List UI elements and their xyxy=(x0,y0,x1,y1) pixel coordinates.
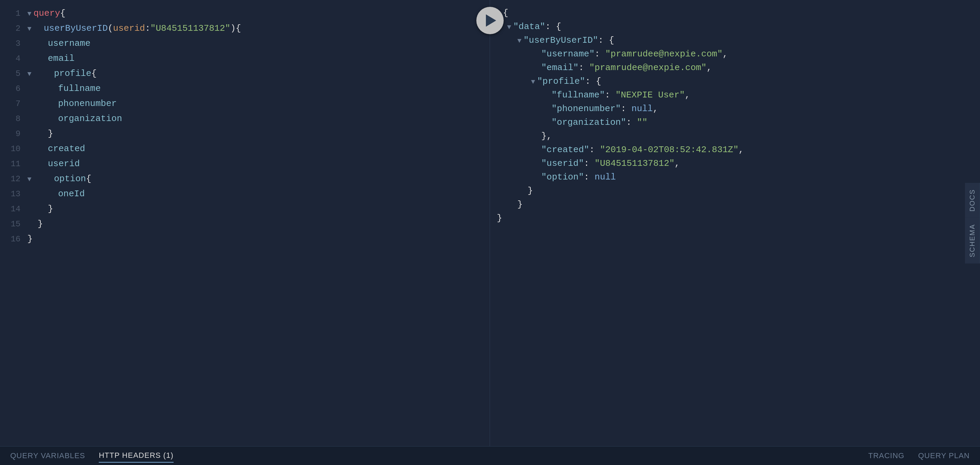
result-line-2: ▼ "data": { xyxy=(490,21,980,34)
result-content-14: } xyxy=(528,186,533,196)
line-content-10: created xyxy=(27,143,483,154)
line-num-13: 13 xyxy=(3,190,21,199)
code-line-10: 10 created xyxy=(0,142,490,157)
result-line-11: "created": "2019-04-02T08:52:42.831Z", xyxy=(490,143,980,157)
query-panel: 1 ▼ query{ 2 ▼ userByUserID(userid:"U845… xyxy=(0,0,490,446)
line-num-14: 14 xyxy=(3,204,21,214)
line-content-3: username xyxy=(27,38,483,49)
line-num-9: 9 xyxy=(3,129,21,139)
code-line-14: 14 } xyxy=(0,202,490,217)
line-num-7: 7 xyxy=(3,99,21,108)
code-line-3: 3 username xyxy=(0,37,490,52)
line-num-12: 12 xyxy=(3,174,21,184)
result-content-3: "userByUserID": { xyxy=(523,35,614,46)
result-line-5: "email": "pramrudee@nexpie.com", xyxy=(490,62,980,75)
result-panel: ▼ { ▼ "data": { ▼ "userByUserID": { "use… xyxy=(490,0,980,446)
docs-tab[interactable]: DOCS xyxy=(965,183,980,218)
main-area: 1 ▼ query{ 2 ▼ userByUserID(userid:"U845… xyxy=(0,0,980,446)
line-content-9: } xyxy=(27,129,483,139)
line-content-1: query{ xyxy=(33,8,483,19)
result-line-12: "userid": "U845151137812", xyxy=(490,157,980,171)
result-line-14: } xyxy=(490,185,980,198)
code-line-5: 5 ▼ profile{ xyxy=(0,67,490,82)
collapse-arrow-12[interactable]: ▼ xyxy=(27,175,32,183)
bottom-bar: QUERY VARIABLES HTTP HEADERS (1) TRACING… xyxy=(0,446,980,465)
line-num-8: 8 xyxy=(3,114,21,123)
line-content-8: organization xyxy=(27,113,483,124)
result-content-16: } xyxy=(497,213,502,223)
result-line-15: } xyxy=(490,198,980,212)
result-content-11: "created": "2019-04-02T08:52:42.831Z", xyxy=(541,145,744,155)
line-content-14: } xyxy=(27,204,483,214)
http-headers-tab[interactable]: HTTP HEADERS (1) xyxy=(99,449,173,463)
code-line-11: 11 userid xyxy=(0,157,490,172)
line-content-11: userid xyxy=(27,159,483,169)
line-num-3: 3 xyxy=(3,39,21,48)
line-num-2: 2 xyxy=(3,24,21,33)
code-line-15: 15 } xyxy=(0,217,490,232)
result-line-16: } xyxy=(490,212,980,226)
result-content-13: "option": null xyxy=(541,172,616,182)
line-content-12: option{ xyxy=(33,174,483,184)
code-line-2: 2 ▼ userByUserID(userid:"U845151137812")… xyxy=(0,22,490,37)
query-plan-tab[interactable]: QUERY PLAN xyxy=(918,449,970,462)
result-content-8: "phonenumber": null, xyxy=(552,104,658,114)
result-content-9: "organization": "" xyxy=(552,117,648,127)
code-line-6: 6 fullname xyxy=(0,82,490,97)
code-line-9: 9 } xyxy=(0,127,490,142)
line-num-4: 4 xyxy=(3,54,21,63)
result-line-8: "phonenumber": null, xyxy=(490,103,980,116)
code-line-16: 16 } xyxy=(0,232,490,248)
line-content-5: profile{ xyxy=(33,68,483,79)
code-line-7: 7 phonenumber xyxy=(0,97,490,112)
result-line-10: }, xyxy=(490,130,980,143)
code-line-12: 12 ▼ option{ xyxy=(0,172,490,187)
collapse-arrow-2[interactable]: ▼ xyxy=(27,25,32,33)
result-line-1: ▼ { xyxy=(490,7,980,21)
line-num-6: 6 xyxy=(3,84,21,93)
code-line-4: 4 email xyxy=(0,52,490,67)
code-line-8: 8 organization xyxy=(0,112,490,127)
result-content-1: { xyxy=(503,8,509,18)
line-num-15: 15 xyxy=(3,220,21,229)
result-line-7: "fullname": "NEXPIE User", xyxy=(490,89,980,103)
result-line-6: ▼ "profile": { xyxy=(490,75,980,89)
result-content-6: "profile": { xyxy=(537,76,601,86)
result-content-4: "username": "pramrudee@nexpie.com", xyxy=(541,49,728,59)
result-collapse-2[interactable]: ▼ xyxy=(507,23,511,31)
code-line-1: 1 ▼ query{ xyxy=(0,7,490,22)
collapse-arrow-5[interactable]: ▼ xyxy=(27,70,32,78)
result-content-5: "email": "pramrudee@nexpie.com", xyxy=(541,62,712,73)
collapse-arrow-1[interactable]: ▼ xyxy=(27,10,32,18)
tracing-tab[interactable]: TRACING xyxy=(868,449,905,462)
result-content-2: "data": { xyxy=(513,22,561,32)
line-content-16: } xyxy=(27,234,483,244)
result-collapse-6[interactable]: ▼ xyxy=(531,78,535,86)
line-num-16: 16 xyxy=(3,234,21,244)
line-num-10: 10 xyxy=(3,144,21,153)
line-num-5: 5 xyxy=(3,69,21,78)
side-tabs: DOCS SCHEMA xyxy=(965,0,980,446)
line-content-2: userByUserID(userid:"U845151137812"){ xyxy=(33,23,483,33)
result-collapse-3[interactable]: ▼ xyxy=(517,37,522,45)
line-content-4: email xyxy=(27,53,483,64)
line-content-7: phonenumber xyxy=(27,99,483,109)
line-content-6: fullname xyxy=(27,83,483,94)
result-content-12: "userid": "U845151137812", xyxy=(541,158,680,169)
line-num-1: 1 xyxy=(3,9,21,18)
bottom-right-tabs: TRACING QUERY PLAN xyxy=(868,449,970,462)
result-content-7: "fullname": "NEXPIE User", xyxy=(552,90,690,100)
schema-tab[interactable]: SCHEMA xyxy=(965,218,980,264)
query-variables-tab[interactable]: QUERY VARIABLES xyxy=(10,449,85,462)
line-content-13: oneId xyxy=(27,189,483,199)
result-line-3: ▼ "userByUserID": { xyxy=(490,34,980,48)
code-line-13: 13 oneId xyxy=(0,187,490,202)
result-content-10: }, xyxy=(541,131,552,141)
result-content-15: } xyxy=(517,199,523,210)
result-line-13: "option": null xyxy=(490,171,980,185)
line-content-15: } xyxy=(27,219,483,229)
result-line-9: "organization": "" xyxy=(490,116,980,130)
line-num-11: 11 xyxy=(3,159,21,169)
run-button[interactable] xyxy=(476,7,504,34)
result-line-4: "username": "pramrudee@nexpie.com", xyxy=(490,48,980,62)
